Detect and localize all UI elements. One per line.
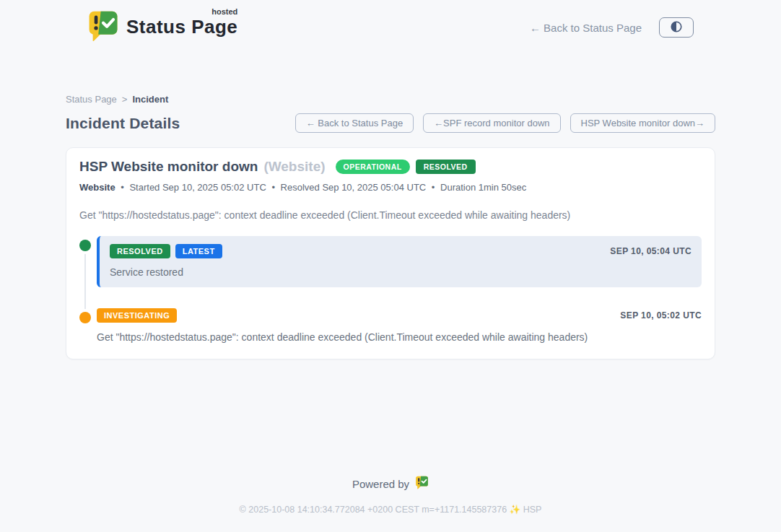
incident-meta: Website • Started Sep 10, 2025 05:02 UTC… xyxy=(79,182,702,193)
powered-by-label: Powered by xyxy=(352,478,409,490)
timeline-entry-resolved: RESOLVED LATEST SEP 10, 05:04 UTC Servic… xyxy=(79,236,702,287)
next-incident-button[interactable]: HSP Website monitor down→ xyxy=(570,113,715,133)
meta-duration: Duration 1min 50sec xyxy=(440,182,526,193)
update-timestamp: SEP 10, 05:02 UTC xyxy=(620,310,702,320)
incident-timeline: RESOLVED LATEST SEP 10, 05:04 UTC Servic… xyxy=(79,236,702,343)
incident-nav-buttons: ← Back to Status Page ←SPF record monito… xyxy=(295,113,715,133)
update-message: Service restored xyxy=(110,266,691,278)
status-page-logo-icon-small[interactable] xyxy=(415,476,429,492)
breadcrumb-status-page[interactable]: Status Page xyxy=(66,94,117,105)
update-status-badge-investigating: INVESTIGATING xyxy=(97,308,177,323)
theme-toggle-button[interactable] xyxy=(659,17,694,38)
footer: Powered by © 2025-10-08 14:10:34.772084 … xyxy=(0,476,781,532)
operational-status-badge: OPERATIONAL xyxy=(336,160,410,174)
incident-title: HSP Website monitor down xyxy=(79,159,258,175)
update-status-badge-resolved: RESOLVED xyxy=(110,244,170,258)
logo-title: Status Page xyxy=(126,16,237,38)
header: Status Page hosted ← Back to Status Page xyxy=(87,0,694,45)
header-back-to-status-page-link[interactable]: ← Back to Status Page xyxy=(530,22,642,34)
page-title: Incident Details xyxy=(66,115,180,132)
incident-description: Get "https://hostedstatus.page": context… xyxy=(79,209,702,221)
main-content: Status Page > Incident Incident Details … xyxy=(66,45,715,359)
timeline-entry-investigating: INVESTIGATING SEP 10, 05:02 UTC Get "htt… xyxy=(79,308,702,343)
incident-service: (Website) xyxy=(263,159,325,175)
breadcrumb: Status Page > Incident xyxy=(66,94,715,105)
back-to-status-page-button[interactable]: ← Back to Status Page xyxy=(295,113,414,133)
update-message: Get "https://hostedstatus.page": context… xyxy=(97,331,702,343)
logo-hosted-superscript: hosted xyxy=(211,7,237,16)
app-logo[interactable]: Status Page hosted xyxy=(87,10,237,45)
meta-service-name: Website xyxy=(79,182,115,193)
timeline-dot-investigating xyxy=(79,312,91,323)
breadcrumb-incident: Incident xyxy=(132,94,168,105)
meta-resolved: Resolved Sep 10, 2025 05:04 UTC xyxy=(281,182,427,193)
meta-started: Started Sep 10, 2025 05:02 UTC xyxy=(129,182,266,193)
circle-half-icon xyxy=(670,20,683,35)
update-latest-badge: LATEST xyxy=(175,244,222,258)
copyright-line: © 2025-10-08 14:10:34.772084 +0200 CEST … xyxy=(0,504,781,515)
timeline-highlighted-update: RESOLVED LATEST SEP 10, 05:04 UTC Servic… xyxy=(97,236,702,287)
timeline-dot-resolved xyxy=(79,240,91,251)
update-timestamp: SEP 10, 05:04 UTC xyxy=(610,246,691,256)
resolved-status-badge: RESOLVED xyxy=(416,160,476,174)
prev-incident-button[interactable]: ←SPF record monitor down xyxy=(423,113,560,133)
breadcrumb-separator: > xyxy=(122,94,128,105)
status-page-logo-icon xyxy=(87,10,119,45)
incident-card: HSP Website monitor down (Website) OPERA… xyxy=(66,147,715,359)
